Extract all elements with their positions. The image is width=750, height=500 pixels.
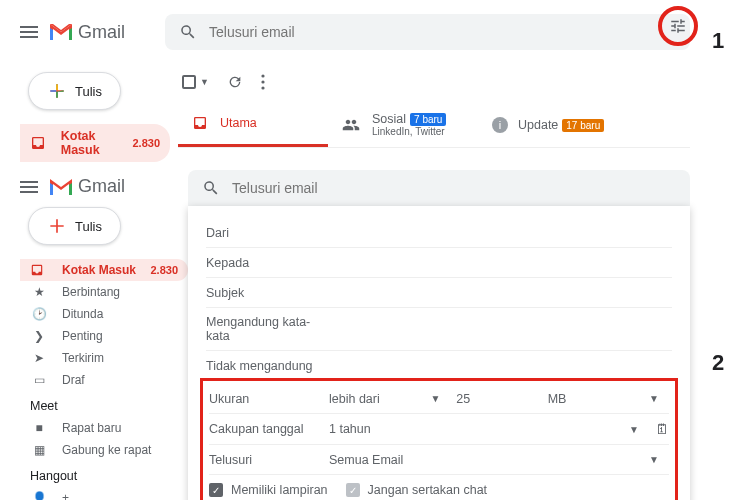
inbox-icon (192, 115, 208, 131)
chevron-down-icon[interactable]: ▼ (649, 454, 659, 465)
filter-to-label: Kepada (206, 256, 326, 270)
gmail-text: Gmail (78, 22, 125, 43)
callout-circle-1 (658, 6, 698, 46)
searchin-select[interactable]: Semua Email (329, 453, 633, 467)
svg-point-1 (261, 80, 264, 83)
search-input[interactable] (209, 24, 676, 40)
tab-updates-label: Update (518, 118, 558, 132)
gmail-logo: Gmail (48, 176, 125, 197)
compose-button[interactable]: Tulis (28, 72, 121, 110)
has-attachment-checkbox[interactable]: ✓ (209, 483, 223, 497)
hangout-add[interactable]: 👤+ (20, 487, 188, 500)
hamburger-icon[interactable] (20, 178, 38, 196)
clock-icon: 🕑 (30, 307, 48, 321)
filter-haswords-label: Mengandung kata-kata (206, 315, 326, 343)
svg-point-0 (261, 74, 264, 77)
sidebar-item-important[interactable]: ❯Penting (20, 325, 188, 347)
search-icon (202, 179, 220, 197)
filter-date-label: Cakupan tanggal (209, 422, 329, 436)
sidebar-item-drafts[interactable]: ▭Draf (20, 369, 188, 391)
tab-primary[interactable]: Utama (178, 102, 328, 147)
chevron-down-icon[interactable]: ▼ (629, 424, 639, 435)
tab-social-label: Sosial (372, 112, 406, 126)
meet-section: Meet (20, 391, 188, 417)
no-chat-checkbox[interactable]: ✓ (346, 483, 360, 497)
tab-social-sub: LinkedIn, Twitter (372, 126, 446, 137)
hangout-section: Hangout (20, 461, 188, 487)
no-chat-label: Jangan sertakan chat (368, 483, 488, 497)
callout-2: 2 (712, 350, 724, 376)
callout-1: 1 (712, 28, 724, 54)
star-icon: ★ (30, 285, 48, 299)
important-icon: ❯ (30, 329, 48, 343)
svg-point-2 (261, 86, 264, 89)
select-all-checkbox[interactable] (182, 75, 196, 89)
sidebar-item-inbox[interactable]: Kotak Masuk 2.830 (20, 124, 170, 162)
filter-size-label: Ukuran (209, 392, 329, 406)
filter-nothas-label: Tidak mengandung (206, 359, 326, 373)
info-icon: i (492, 117, 508, 133)
sidebar-item-sent[interactable]: ➤Terkirim (20, 347, 188, 369)
tune-icon[interactable] (669, 17, 687, 35)
chevron-down-icon[interactable]: ▼ (430, 393, 440, 404)
social-badge: 7 baru (410, 113, 446, 126)
send-icon: ➤ (30, 351, 48, 365)
has-attachment-label: Memiliki lampiran (231, 483, 328, 497)
search-bar[interactable] (188, 170, 690, 206)
sidebar-item-snoozed[interactable]: 🕑Ditunda (20, 303, 188, 325)
search-bar[interactable] (165, 14, 690, 50)
compose-label: Tulis (75, 84, 102, 99)
plus-icon (47, 81, 67, 101)
size-unit-select[interactable]: MB (548, 392, 633, 406)
chevron-down-icon[interactable]: ▼ (200, 77, 209, 87)
refresh-icon[interactable] (227, 74, 243, 90)
tab-primary-label: Utama (220, 116, 257, 130)
inbox-label: Kotak Masuk (61, 129, 133, 157)
search-icon (179, 23, 197, 41)
advanced-search-panel: Dari Kepada Subjek Mengandung kata-kata … (188, 206, 690, 500)
tab-updates[interactable]: i Update17 baru (478, 102, 628, 147)
hamburger-icon[interactable] (20, 23, 38, 41)
filter-searchin-label: Telusuri (209, 453, 329, 467)
filter-from-label: Dari (206, 226, 326, 240)
callout-box-2: Ukuran lebih dari▼ 25 MB▼ Cakupan tangga… (200, 378, 678, 500)
chevron-down-icon[interactable]: ▼ (649, 393, 659, 404)
plus-icon (47, 216, 67, 236)
file-icon: ▭ (30, 373, 48, 387)
gmail-m-icon (48, 22, 74, 42)
date-range-select[interactable]: 1 tahun (329, 422, 613, 436)
gmail-logo: Gmail (48, 22, 125, 43)
size-op-select[interactable]: lebih dari (329, 392, 414, 406)
inbox-count: 2.830 (132, 137, 160, 149)
search-input[interactable] (232, 180, 676, 196)
people-icon (342, 116, 360, 134)
sidebar-item-starred[interactable]: ★Berbintang (20, 281, 188, 303)
compose-label: Tulis (75, 219, 102, 234)
updates-badge: 17 baru (562, 119, 604, 132)
toolbar: ▼ (178, 68, 690, 102)
calendar-icon[interactable]: 🗓 (655, 421, 669, 437)
inbox-icon (30, 263, 48, 277)
gmail-text: Gmail (78, 176, 125, 197)
sidebar-item-inbox[interactable]: Kotak Masuk 2.830 (20, 259, 188, 281)
compose-button[interactable]: Tulis (28, 207, 121, 245)
person-icon: 👤 (30, 491, 48, 500)
camera-icon: ■ (30, 421, 48, 435)
tab-social[interactable]: Sosial7 baru LinkedIn, Twitter (328, 102, 478, 147)
meet-join[interactable]: ▦Gabung ke rapat (20, 439, 188, 461)
inbox-icon (30, 135, 47, 151)
meet-new[interactable]: ■Rapat baru (20, 417, 188, 439)
filter-subject-label: Subjek (206, 286, 326, 300)
keyboard-icon: ▦ (30, 443, 48, 457)
size-value-input[interactable]: 25 (456, 392, 541, 406)
gmail-m-icon (48, 177, 74, 197)
more-icon[interactable] (261, 74, 265, 90)
